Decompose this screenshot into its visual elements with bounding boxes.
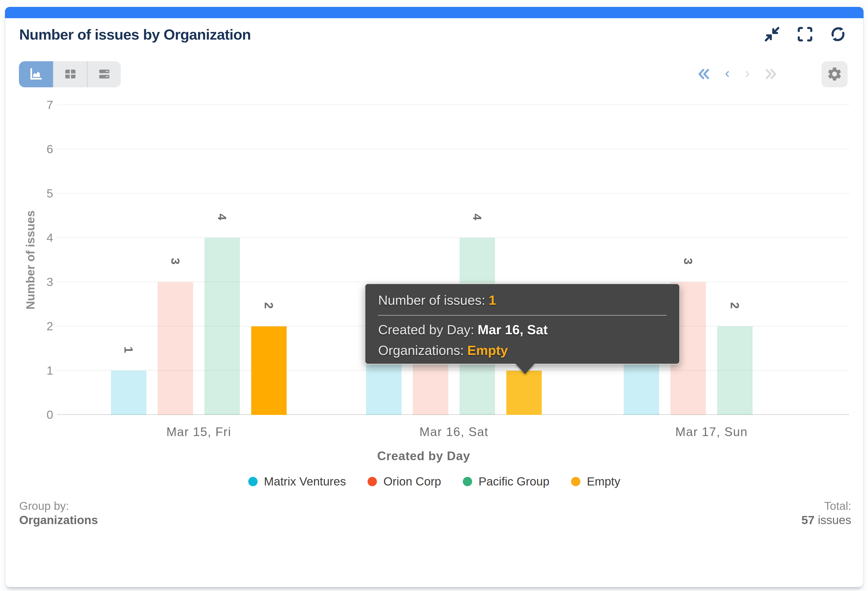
legend-label-pacific-group: Pacific Group <box>478 475 549 488</box>
y-tick-6: 6 <box>26 142 53 156</box>
legend-item-orion-corp[interactable]: Orion Corp <box>368 475 441 488</box>
x-label-1: Mar 16, Sat <box>380 425 528 439</box>
chart-legend: Matrix VenturesOrion CorpPacific GroupEm… <box>5 475 863 488</box>
total-label: Total: <box>801 499 851 513</box>
bar-empty-1[interactable] <box>506 371 542 415</box>
chevron-right-icon <box>743 66 751 83</box>
collapse-icon <box>763 25 781 44</box>
bar-value-label-pacific-group-1: 4 <box>470 199 485 234</box>
y-tick-7: 7 <box>26 98 53 112</box>
next-page-button <box>743 66 751 83</box>
collapse-button[interactable] <box>762 25 782 44</box>
legend-label-empty: Empty <box>587 475 620 488</box>
bar-matrix-ventures-0[interactable] <box>111 371 146 415</box>
total-summary: Total: 57 issues <box>801 499 851 527</box>
chevron-left-icon <box>723 66 731 83</box>
legend-dot-empty <box>571 477 580 486</box>
tooltip-org-value: Empty <box>467 343 508 358</box>
y-tick-1: 1 <box>26 364 53 378</box>
last-page-button <box>764 66 778 83</box>
pagination <box>697 61 778 87</box>
refresh-button[interactable] <box>828 25 848 44</box>
card-accent-bar <box>5 7 864 18</box>
fullscreen-button[interactable] <box>795 25 815 44</box>
refresh-icon <box>829 25 847 44</box>
header-icons <box>762 25 848 44</box>
tooltip-pointer <box>515 363 535 374</box>
bar-value-label-pacific-group-2: 2 <box>728 288 742 323</box>
group-by-value: Organizations <box>19 513 98 527</box>
double-chevron-left-icon <box>697 66 711 83</box>
settings-button[interactable] <box>822 61 847 87</box>
legend-item-matrix-ventures[interactable]: Matrix Ventures <box>248 475 346 488</box>
total-value: 57 issues <box>801 513 851 527</box>
tooltip-org-label: Organizations: <box>378 343 464 358</box>
tooltip-org-row: Organizations:Empty <box>378 343 666 358</box>
tooltip-issues-value: 1 <box>489 293 496 307</box>
legend-dot-orion-corp <box>368 477 377 486</box>
group-by-label: Group by: <box>19 499 98 513</box>
bar-orion-corp-0[interactable] <box>158 282 193 415</box>
legend-dot-pacific-group <box>463 477 472 486</box>
bar-value-label-orion-corp-2: 3 <box>681 243 695 279</box>
x-axis-title: Created by Day <box>325 449 522 463</box>
y-axis-title: Number of issues <box>24 186 38 334</box>
area-chart-icon <box>28 66 44 83</box>
gridline-6 <box>57 149 849 149</box>
view-chart-button[interactable] <box>19 61 53 87</box>
x-label-2: Mar 17, Sun <box>638 425 785 439</box>
y-tick-5: 5 <box>26 186 53 201</box>
x-label-0: Mar 15, Fri <box>125 425 273 439</box>
chart-plot-area: 12232344221 <box>57 105 849 415</box>
page-title: Number of issues by Organization <box>19 26 251 43</box>
tooltip-issues-label: Number of issues: <box>378 293 485 307</box>
y-tick-3: 3 <box>26 275 53 289</box>
gridline-4 <box>57 237 849 238</box>
legend-label-matrix-ventures: Matrix Ventures <box>264 475 346 488</box>
tooltip-issues-row: Number of issues:1 <box>378 292 666 308</box>
bar-value-label-orion-corp-0: 3 <box>168 243 183 279</box>
view-rows-button[interactable] <box>87 61 121 87</box>
tooltip-separator <box>378 315 666 315</box>
fullscreen-icon <box>796 25 814 44</box>
tooltip: Number of issues:1 Created by Day:Mar 16… <box>365 283 680 364</box>
screen: { "header": { "title": "Number of issues… <box>0 0 868 591</box>
legend-item-empty[interactable]: Empty <box>571 475 620 488</box>
gear-icon <box>827 66 843 83</box>
bar-empty-0[interactable] <box>251 326 286 415</box>
double-chevron-right-icon <box>764 66 778 83</box>
bar-pacific-group-2[interactable] <box>717 326 753 415</box>
gridline-7 <box>57 105 849 105</box>
gridline-5 <box>57 193 849 193</box>
bar-value-label-matrix-ventures-0: 1 <box>121 332 136 367</box>
view-table-button[interactable] <box>53 61 87 87</box>
legend-dot-matrix-ventures <box>248 477 258 486</box>
table-icon <box>63 66 78 83</box>
rows-icon <box>97 66 112 83</box>
legend-item-pacific-group[interactable]: Pacific Group <box>463 475 549 488</box>
bar-value-label-empty-0: 2 <box>261 288 276 323</box>
view-toggle <box>19 61 121 87</box>
group-by-summary: Group by: Organizations <box>19 499 98 527</box>
tooltip-day-value: Mar 16, Sat <box>478 322 548 337</box>
bar-value-label-pacific-group-0: 4 <box>215 199 230 234</box>
prev-page-button[interactable] <box>723 66 731 83</box>
y-tick-2: 2 <box>26 319 53 333</box>
tooltip-day-label: Created by Day: <box>378 322 474 337</box>
bar-pacific-group-0[interactable] <box>204 238 240 415</box>
first-page-button[interactable] <box>697 66 711 83</box>
report-card: Number of issues by Organization <box>5 7 864 587</box>
tooltip-day-row: Created by Day:Mar 16, Sat <box>378 322 666 337</box>
y-tick-4: 4 <box>26 231 53 245</box>
y-tick-0: 0 <box>26 408 53 422</box>
legend-label-orion-corp: Orion Corp <box>383 475 441 488</box>
